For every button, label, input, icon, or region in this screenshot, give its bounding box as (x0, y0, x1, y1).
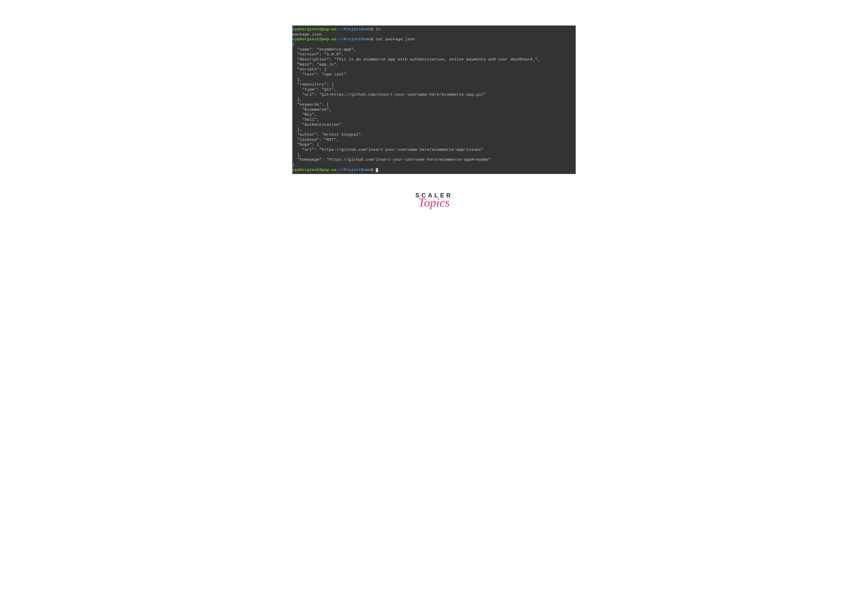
json-line: "homepage": "https://github.com/insert-y… (292, 158, 576, 162)
prompt-user: zyphergiest (292, 168, 319, 172)
prompt-user: zyphergiest (292, 37, 319, 41)
json-line: "keywords": [ (292, 102, 576, 107)
json-line: "name": "ecommerce-app", (292, 47, 576, 52)
json-line: "type": "git", (292, 87, 576, 92)
json-line: "Buy", (292, 112, 576, 117)
ls-output: package.json (292, 32, 576, 37)
json-line: "version": "1.0.0", (292, 52, 576, 57)
prompt-dollar: $ (371, 27, 373, 32)
json-line: "test": "npm test" (292, 72, 576, 77)
json-line: "license": "MIT", (292, 137, 576, 143)
command-ls: ls (373, 27, 381, 32)
json-line: "main": "app.js", (292, 62, 576, 67)
json-line: "url": "git+https://github.com/insert-yo… (292, 92, 576, 97)
prompt-path: ~/ProjectDemo (339, 37, 371, 41)
json-line: "description": "This is an ecommerce app… (292, 57, 576, 62)
scaler-topics-logo: SCALER Topics (415, 192, 453, 209)
json-line: "url": "https://github.com/insert-your-u… (292, 147, 576, 153)
json-line: ], (292, 127, 576, 133)
prompt-dollar: $ (371, 37, 373, 41)
prompt-at: @ (319, 168, 322, 172)
json-line: "scripts": { (292, 67, 576, 72)
prompt-line-2: zyphergiest@pop-os:~/ProjectDemo$ cat pa… (292, 37, 576, 42)
json-line: "Ecommerce", (292, 107, 576, 112)
prompt-colon: : (337, 27, 339, 32)
prompt-line-3[interactable]: zyphergiest@pop-os:~/ProjectDemo$ (292, 168, 576, 173)
json-line: }, (292, 153, 576, 158)
command-cat: cat package.json (373, 37, 415, 41)
prompt-path: ~/ProjectDemo (339, 27, 371, 32)
prompt-at: @ (319, 27, 322, 32)
prompt-line-1: zyphergiest@pop-os:~/ProjectDemo$ ls (292, 27, 576, 32)
json-line: } (292, 162, 576, 168)
prompt-host: pop-os (322, 168, 337, 172)
prompt-at: @ (319, 37, 322, 41)
prompt-host: pop-os (322, 27, 337, 32)
cursor-icon (376, 168, 378, 172)
prompt-colon: : (337, 168, 339, 172)
prompt-user: zyphergiest (292, 27, 319, 32)
json-line: "author": "Archit Singhal", (292, 133, 576, 137)
logo-topics-text: Topics (418, 195, 450, 209)
json-line: "Authentication" (292, 122, 576, 128)
json-line: "repository": { (292, 82, 576, 87)
prompt-dollar: $ (371, 168, 373, 172)
json-line: { (292, 42, 576, 47)
json-line: }, (292, 97, 576, 102)
json-line: }, (292, 77, 576, 82)
terminal-window[interactable]: zyphergiest@pop-os:~/ProjectDemo$ ls pac… (292, 25, 576, 174)
prompt-host: pop-os (322, 37, 337, 41)
json-line: "bugs": { (292, 142, 576, 147)
prompt-path: ~/ProjectDemo (339, 168, 371, 172)
json-line: "Sell", (292, 117, 576, 122)
prompt-colon: : (337, 37, 339, 41)
